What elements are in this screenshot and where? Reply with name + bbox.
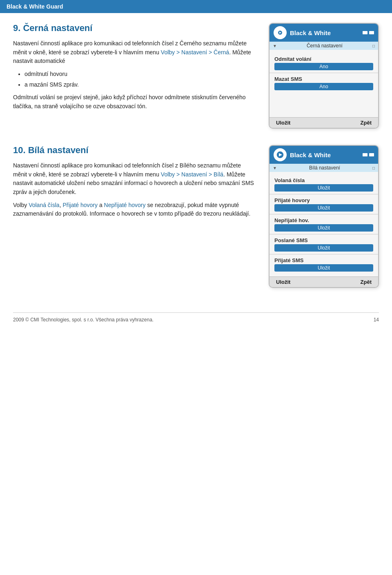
signal-icon-9: ▼ xyxy=(273,44,277,48)
phone-menu-label-10-2: Nepřijaté hov. xyxy=(274,217,373,223)
phone-menu-btn-10-0: Uložit xyxy=(274,184,373,192)
phone-bottom-bar-10: Uložit Zpět xyxy=(270,276,378,287)
corner-icon-1 xyxy=(363,31,368,34)
phone-menu-btn-10-3: Uložit xyxy=(274,244,373,252)
app-icon-10 xyxy=(274,148,287,161)
app-icon-9 xyxy=(274,26,287,39)
phone-menu-item-10-4: Přijaté SMS Uložit xyxy=(270,254,378,274)
phone-menu-btn-9-1: Ano xyxy=(274,83,373,90)
bullet-odmituti: odmítnutí hovoru xyxy=(24,70,256,79)
section-9: 9. Černá nastavení Nastavení činností ap… xyxy=(13,23,379,129)
page-content: 9. Černá nastavení Nastavení činností ap… xyxy=(0,13,392,312)
phone-btn-right-9: Zpět xyxy=(361,120,372,126)
phone-top-bar-10: Black & White xyxy=(270,146,378,164)
footer-copyright: 2009 © CMI Technologies, spol. s r.o. Vš… xyxy=(13,317,154,323)
section-9-title: 9. Černá nastavení xyxy=(13,23,256,33)
header-bar: Black & White Guard xyxy=(0,0,392,13)
phone-body-9: Odmítat volání Ano Mazat SMS Ano xyxy=(270,50,378,117)
corner-icons-9 xyxy=(363,31,374,34)
section-10-text: 10. Bílá nastavení Nastavení činností ap… xyxy=(13,145,256,288)
phone-app-title-10: Black & White xyxy=(290,152,359,158)
phone-subtitle-bar-10: ▼ Bílá nastavení □ xyxy=(270,164,378,172)
phone-menu-item-9-1: Mazat SMS Ano xyxy=(270,73,378,93)
section-10-title: 10. Bílá nastavení xyxy=(13,145,256,156)
phone-subtitle-10: Bílá nastavení xyxy=(309,165,340,171)
phone-menu-btn-10-2: Uložit xyxy=(274,224,373,232)
phone-btn-left-10: Uložit xyxy=(276,279,290,285)
section-10-para2: Volby Volaná čísla, Přijaté hovory a Nep… xyxy=(13,201,256,218)
phone-subtitle-bar-9: ▼ Černá nastavení □ xyxy=(270,42,378,50)
phone-menu-btn-9-0: Ano xyxy=(274,63,373,70)
signal-icon-10: ▼ xyxy=(273,166,277,170)
footer-page-number: 14 xyxy=(374,317,379,323)
section-9-para2: Odmítnutí volání se projeví stejně, jako… xyxy=(13,93,256,111)
header-title: Black & White Guard xyxy=(7,3,63,10)
phone-mockup-9: Black & White ▼ Černá nastavení □ Odmíta… xyxy=(269,23,379,129)
section-9-text: 9. Černá nastavení Nastavení činností ap… xyxy=(13,23,256,129)
corner-icons-10 xyxy=(363,153,374,156)
section-9-para1: Nastavení činností aplikace pro komunika… xyxy=(13,39,256,66)
section-10: 10. Bílá nastavení Nastavení činností ap… xyxy=(13,145,379,288)
phone-body-10: Volaná čísla Uložit Přijaté hovory Uloži… xyxy=(270,172,378,276)
phone-menu-label-10-1: Přijaté hovory xyxy=(274,197,373,203)
phone-menu-item-10-3: Poslané SMS Uložit xyxy=(270,234,378,254)
phone-menu-item-10-0: Volaná čísla Uložit xyxy=(270,174,378,194)
phone-mockup-10: Black & White ▼ Bílá nastavení □ Volaná … xyxy=(269,145,379,288)
section-9-bullets: odmítnutí hovoru a mazání SMS zpráv. xyxy=(24,70,256,89)
phone-top-bar-9: Black & White xyxy=(270,24,378,42)
corner-icon-10-2 xyxy=(369,153,374,156)
arrow-icon-10 xyxy=(276,151,284,159)
section-10-para1: Nastavení činností aplikace pro komunika… xyxy=(13,161,256,197)
page-footer: 2009 © CMI Technologies, spol. s r.o. Vš… xyxy=(13,312,379,327)
phone-menu-btn-10-4: Uložit xyxy=(274,264,373,272)
phone-subtitle-9: Černá nastavení xyxy=(307,43,343,49)
corner-icon-2 xyxy=(369,31,374,34)
phone-menu-label-10-0: Volaná čísla xyxy=(274,177,373,183)
battery-icon-10: □ xyxy=(372,166,375,170)
battery-icon-9: □ xyxy=(372,44,375,48)
phone-menu-label-9-0: Odmítat volání xyxy=(274,56,373,62)
bullet-mazani: a mazání SMS zpráv. xyxy=(24,80,256,89)
phone-menu-label-10-3: Poslané SMS xyxy=(274,237,373,243)
corner-icon-10-1 xyxy=(363,153,368,156)
phone-btn-left-9: Uložit xyxy=(276,120,290,126)
phone-bottom-bar-9: Uložit Zpět xyxy=(270,117,378,128)
phone-menu-btn-10-1: Uložit xyxy=(274,204,373,212)
phone-btn-right-10: Zpět xyxy=(361,279,372,285)
phone-menu-item-9-0: Odmítat volání Ano xyxy=(270,53,378,73)
phone-menu-label-10-4: Přijaté SMS xyxy=(274,257,373,263)
phone-menu-item-10-2: Nepřijaté hov. Uložit xyxy=(270,214,378,234)
phone-menu-item-10-1: Přijaté hovory Uložit xyxy=(270,194,378,214)
phone-app-title-9: Black & White xyxy=(290,29,359,36)
arrow-icon-9 xyxy=(278,29,283,37)
phone-menu-label-9-1: Mazat SMS xyxy=(274,76,373,82)
